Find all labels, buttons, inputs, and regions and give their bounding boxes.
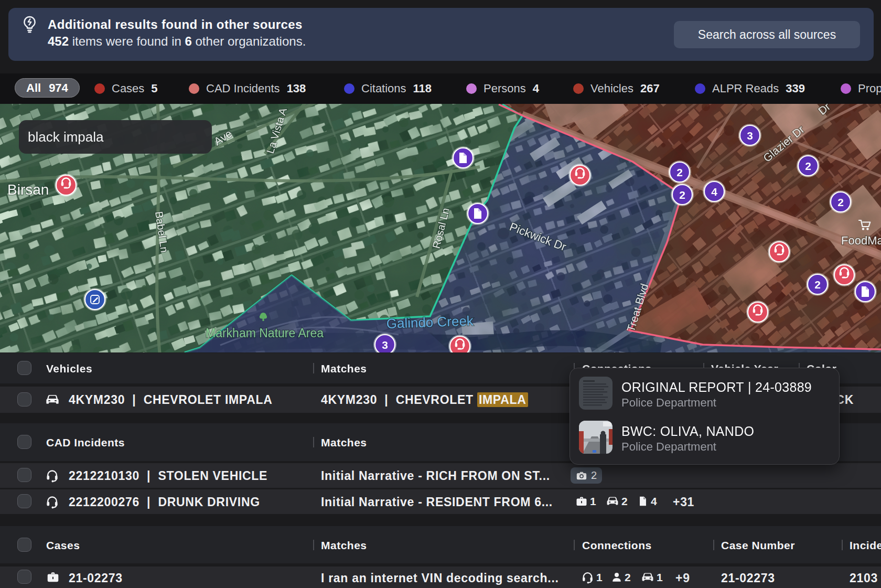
svg-text:Birsan: Birsan	[7, 181, 49, 198]
svg-text:2: 2	[676, 166, 683, 178]
svg-text:2: 2	[679, 189, 685, 201]
svg-text:3: 3	[747, 130, 753, 142]
svg-text:Galindo Creek: Galindo Creek	[386, 313, 474, 332]
svg-text:2: 2	[814, 279, 821, 291]
svg-text:3: 3	[382, 339, 388, 351]
svg-text:2: 2	[805, 160, 811, 172]
svg-text:Markham Nature Area: Markham Nature Area	[206, 326, 324, 340]
svg-text:FoodMa: FoodMa	[841, 234, 881, 247]
svg-text:4: 4	[711, 186, 717, 198]
svg-text:2: 2	[837, 196, 844, 208]
